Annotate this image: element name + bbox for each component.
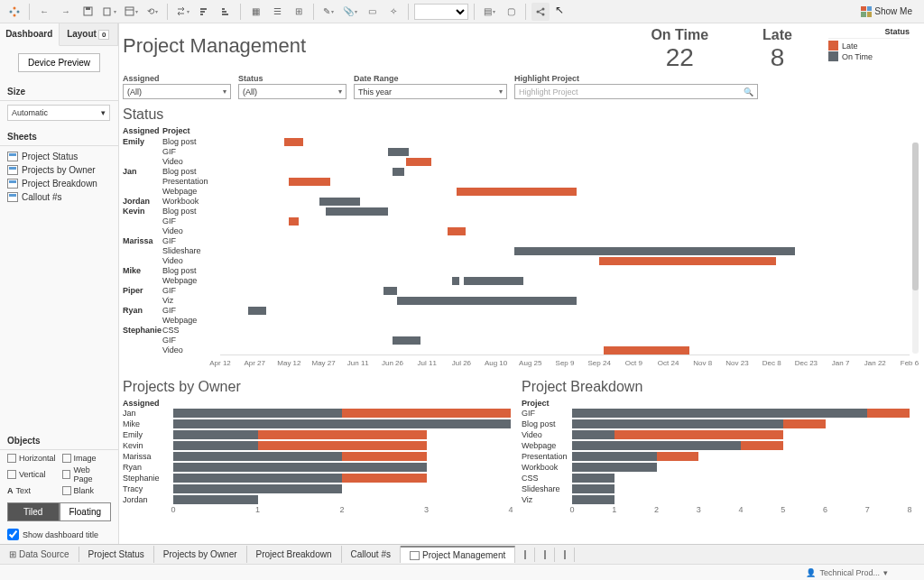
gantt-bar[interactable] <box>514 247 795 255</box>
gantt-bar[interactable] <box>604 346 688 354</box>
project-breakdown[interactable]: Project Breakdown Project GIFBlog postVi… <box>522 379 910 520</box>
bar-row[interactable]: Emily <box>123 429 511 440</box>
gantt-bar[interactable] <box>319 198 361 206</box>
bar-row[interactable]: Workbook <box>522 462 910 473</box>
svg-rect-5 <box>86 7 90 10</box>
bar-row[interactable]: Presentation <box>522 451 910 462</box>
sort-desc-icon[interactable] <box>217 3 235 21</box>
gantt-bar[interactable] <box>289 178 330 186</box>
sort-asc-icon[interactable] <box>195 3 213 21</box>
fit-select[interactable] <box>414 4 468 20</box>
gantt-scrollbar[interactable] <box>912 143 919 354</box>
gantt-bar[interactable] <box>448 227 466 235</box>
filter-assigned-select[interactable]: (All)▾ <box>123 84 231 99</box>
bar-row[interactable]: Jordan <box>123 494 511 505</box>
gantt-bar[interactable] <box>464 277 523 285</box>
filter-highlight-input[interactable]: Highlight Project🔍 <box>514 84 758 99</box>
filter-status-select[interactable]: (All)▾ <box>238 84 346 99</box>
gantt-bar[interactable] <box>393 168 404 176</box>
bar-row[interactable]: Video <box>522 429 910 440</box>
tab-layout[interactable]: Layout0 <box>60 23 119 45</box>
gantt-bar[interactable] <box>388 148 409 156</box>
cards-icon[interactable]: ▤ <box>480 3 498 21</box>
projects-by-owner[interactable]: Projects by Owner Assigned JanMikeEmilyK… <box>123 379 511 520</box>
sheet-projects-by-owner[interactable]: Projects by Owner <box>0 163 118 177</box>
new-worksheet-tab[interactable] <box>515 548 535 562</box>
sheet-tab-project-breakdown[interactable]: Project Breakdown <box>247 546 342 563</box>
bar-row[interactable]: Mike <box>123 419 511 429</box>
bar-row[interactable]: Kevin <box>123 440 511 451</box>
bar-row[interactable]: Jan <box>123 408 511 419</box>
bar-row[interactable]: Stephanie <box>123 473 511 483</box>
gantt-bar[interactable] <box>397 297 577 305</box>
new-worksheet-icon[interactable] <box>122 3 140 21</box>
save-icon[interactable] <box>79 3 97 21</box>
tiled-button[interactable]: Tiled <box>7 502 60 521</box>
tab-data-source[interactable]: ⊞ Data Source <box>0 547 79 562</box>
status-legend: Status Late On Time <box>828 27 910 62</box>
gantt-bar[interactable] <box>248 307 266 315</box>
svg-rect-9 <box>200 14 203 15</box>
mark-label-icon[interactable]: ✎ <box>319 3 337 21</box>
new-dashboard-tab[interactable] <box>535 548 555 562</box>
bar-row[interactable]: Blog post <box>522 419 910 429</box>
bar-row[interactable]: Webpage <box>522 440 910 451</box>
floating-button[interactable]: Floating <box>60 502 112 521</box>
obj-vertical[interactable]: Vertical <box>7 465 57 483</box>
gantt-bar[interactable] <box>383 287 397 295</box>
sheet-project-breakdown[interactable]: Project Breakdown <box>0 177 118 190</box>
swap-icon[interactable] <box>173 3 191 21</box>
gantt-bar[interactable] <box>284 138 302 146</box>
bar-row[interactable]: Tracy <box>123 483 511 494</box>
new-data-icon[interactable] <box>100 3 118 21</box>
sheet-tab-projects-by-owner[interactable]: Projects by Owner <box>154 546 247 563</box>
sheet-tab-callout-#s[interactable]: Callout #s <box>342 546 401 563</box>
obj-blank[interactable]: Blank <box>62 486 112 495</box>
clear-icon[interactable]: ⟲ <box>143 3 162 21</box>
device-preview-button[interactable]: Device Preview <box>18 53 100 72</box>
format-icon[interactable]: ✧ <box>384 3 402 21</box>
gantt-bar[interactable] <box>289 217 298 226</box>
obj-text[interactable]: AText <box>7 486 57 495</box>
worksheet-icon[interactable]: ▭ <box>363 3 381 21</box>
share-icon[interactable] <box>531 3 550 21</box>
size-select[interactable]: Automatic▾ <box>7 105 110 121</box>
bar-row[interactable]: GIF <box>522 408 910 419</box>
sheet-callout-#s[interactable]: Callout #s <box>0 190 118 204</box>
highlight-icon[interactable]: ☰ <box>268 3 286 21</box>
svg-rect-10 <box>200 11 205 13</box>
obj-image[interactable]: Image <box>62 454 112 463</box>
status-bar-author[interactable]: 👤 Technical Prod... ▾ <box>0 564 924 580</box>
obj-horizontal[interactable]: Horizontal <box>7 454 57 463</box>
bar-row[interactable]: CSS <box>522 473 910 483</box>
gantt-bar[interactable] <box>452 277 459 285</box>
showme-icon <box>861 6 872 17</box>
bar-row[interactable]: Viz <box>522 494 910 505</box>
sheet-project-status[interactable]: Project Status <box>0 150 118 163</box>
tab-dashboard[interactable]: Dashboard <box>0 23 60 46</box>
group-icon[interactable]: ⊞ <box>290 3 308 21</box>
obj-webpage[interactable]: Web Page <box>62 465 112 483</box>
totals-icon[interactable]: ▦ <box>246 3 264 21</box>
bar-row[interactable]: Ryan <box>123 462 511 473</box>
presentation-icon[interactable]: ▢ <box>502 3 520 21</box>
status-gantt[interactable]: AssignedEmilyJanJordanKevinMarissaMikePi… <box>123 126 910 373</box>
logo-icon[interactable] <box>5 3 23 21</box>
redo-icon[interactable]: → <box>57 3 75 21</box>
gantt-bar[interactable] <box>599 257 776 265</box>
sheet-tab-project-status[interactable]: Project Status <box>79 546 154 563</box>
pin-icon[interactable]: 📎 <box>341 3 359 21</box>
filter-date-select[interactable]: This year▾ <box>354 84 507 99</box>
gantt-bar[interactable] <box>457 188 576 196</box>
gantt-bar[interactable] <box>393 336 420 345</box>
new-story-tab[interactable] <box>555 548 575 562</box>
gantt-bar[interactable] <box>406 158 431 166</box>
undo-icon[interactable]: ← <box>35 3 53 21</box>
svg-rect-14 <box>222 14 228 15</box>
gantt-bar[interactable] <box>326 207 388 216</box>
show-me-button[interactable]: Show Me <box>855 4 919 20</box>
show-title-checkbox[interactable]: Show dashboard title <box>0 525 118 544</box>
sheet-tab-project-management[interactable]: Project Management <box>401 546 515 563</box>
bar-row[interactable]: Marissa <box>123 451 511 462</box>
bar-row[interactable]: Slideshare <box>522 483 910 494</box>
